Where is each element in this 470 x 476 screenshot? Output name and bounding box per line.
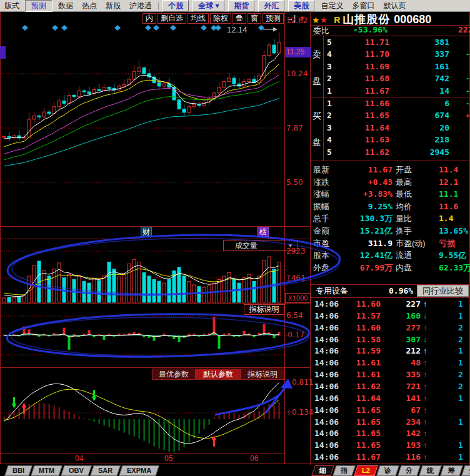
- qtab-2[interactable]: L2: [354, 465, 378, 476]
- tick-row-13[interactable]: 14:0611.67116↑1: [311, 452, 470, 464]
- tick-row-9[interactable]: 14:0611.6567↑: [311, 405, 470, 417]
- tick-extra: 1: [458, 310, 463, 322]
- tick-row-3[interactable]: 14:0611.58307↓2: [311, 334, 470, 346]
- tick-time: 14:06: [314, 381, 339, 393]
- sell-row-3[interactable]: 311.69161: [323, 61, 470, 72]
- market-button-2[interactable]: 期货: [228, 0, 254, 12]
- qtab-0[interactable]: 细: [311, 465, 334, 476]
- tick-row-11[interactable]: 14:0611.65142↑: [311, 428, 470, 440]
- tick-time: 14:06: [314, 334, 339, 346]
- menubar: 版式预测数据热点新股沪港通|个股全球 ▾期货外汇美股自定义多窗口默认页: [0, 0, 470, 12]
- float-window-cai-label[interactable]: 财: [141, 227, 152, 237]
- sell-row-4[interactable]: 411.70337-6: [323, 48, 470, 60]
- qtab-5[interactable]: 统: [419, 465, 442, 476]
- market-button-4[interactable]: 美股: [288, 0, 314, 12]
- menu-item-3[interactable]: 热点: [78, 1, 101, 11]
- menu-item-5[interactable]: 沪港通: [125, 1, 156, 11]
- menu-item-1[interactable]: 预测: [25, 0, 52, 12]
- ktool-2[interactable]: 均线: [188, 13, 209, 24]
- tab-bbi[interactable]: BBI: [4, 465, 32, 476]
- buy-price: 11.66: [347, 97, 389, 109]
- tick-row-5[interactable]: 14:0611.6148↑1: [311, 357, 470, 369]
- buy-row-3[interactable]: 311.6420: [323, 122, 470, 134]
- sell-volume: 337: [398, 48, 449, 60]
- industry-compare-button[interactable]: 同行业比较: [417, 285, 469, 297]
- ktool-3[interactable]: 除权: [210, 13, 231, 24]
- qtab-6[interactable]: 筹: [440, 465, 463, 476]
- qtab-4[interactable]: 分: [398, 465, 421, 476]
- tab-obv[interactable]: OBV: [61, 465, 91, 476]
- volume-ytick-2: 1461: [286, 274, 306, 282]
- stat-row-1: 涨跌+0.43最高12.1: [311, 176, 470, 189]
- stat-label: 涨跌: [313, 176, 329, 189]
- optimal-params-button[interactable]: 最优参数: [152, 369, 196, 380]
- sector-name[interactable]: 专用设备: [316, 284, 348, 297]
- tab-sar[interactable]: SAR: [90, 465, 121, 476]
- market-button-1[interactable]: 全球 ▾: [192, 0, 224, 12]
- page-menu-0[interactable]: 自定义: [316, 1, 348, 11]
- qtab-7[interactable]: 焰: [461, 465, 470, 476]
- menu-item-0[interactable]: 版式: [0, 1, 24, 11]
- page-menu-1[interactable]: 多窗口: [348, 1, 379, 11]
- sell-volume: 742: [398, 72, 449, 84]
- sell-price: 11.67: [347, 85, 389, 97]
- tick-row-0[interactable]: 14:0611.60227↑1: [311, 299, 470, 310]
- menu-item-4[interactable]: 新股: [101, 1, 125, 11]
- stat-value: 11.67: [341, 164, 392, 176]
- stat-row-4: 总手130.3万量比1.4: [311, 212, 470, 225]
- qtab-3[interactable]: 诊: [376, 465, 399, 476]
- market-button-3[interactable]: 外汇: [258, 0, 284, 12]
- stock-title[interactable]: ★★R山推股份000680: [312, 12, 470, 24]
- stat-value: 15.21亿: [341, 225, 392, 237]
- indicator-help-button[interactable]: 指标说明: [244, 304, 284, 315]
- osc-ytick-2: -0.17: [285, 330, 304, 339]
- stock-code: 000680: [390, 13, 431, 26]
- ktool-5[interactable]: 窗: [248, 13, 261, 24]
- menu-item-2[interactable]: 数据: [54, 1, 78, 11]
- tick-price: 11.64: [343, 393, 381, 405]
- float-window-bang-label[interactable]: 榜: [258, 227, 269, 237]
- sell-rank: 4: [327, 48, 332, 60]
- buy-row-4[interactable]: 411.63218: [323, 134, 470, 146]
- tick-row-8[interactable]: 14:0611.64141↑1: [311, 393, 470, 405]
- buy-volume: 2945: [398, 146, 449, 158]
- up-arrow-icon: ↑: [423, 299, 427, 310]
- macd-help-button[interactable]: 指标说明: [241, 369, 284, 380]
- buy-row-5[interactable]: 511.622945: [323, 146, 470, 158]
- tick-row-4[interactable]: 14:0611.59212↑1: [311, 345, 470, 357]
- tick-row-10[interactable]: 14:0611.65234↑1: [311, 417, 470, 429]
- sell-rank: 5: [327, 36, 332, 48]
- quote-panel: ★★R山推股份000680 委比 -53.96% 222 卖 盘 买 盘 511…: [311, 11, 470, 465]
- buy-row-2[interactable]: 211.65674+30: [323, 109, 470, 121]
- sell-row-2[interactable]: 211.68742-: [323, 72, 470, 84]
- ktool-1[interactable]: 删自选: [158, 13, 186, 24]
- sell-label-char2: 盘: [312, 76, 321, 86]
- market-button-0[interactable]: 个股: [162, 0, 189, 12]
- page-menu-2[interactable]: 默认页: [379, 1, 410, 11]
- tick-extra: 2: [458, 369, 463, 381]
- kline-toolbar: 内删自选均线除权叠窗预测→|▼: [142, 13, 306, 24]
- sell-row-5[interactable]: 511.71381: [323, 36, 470, 48]
- tick-row-2[interactable]: 14:0611.60277↑2: [311, 322, 470, 334]
- sell-row-1[interactable]: 111.6714-1: [323, 85, 470, 97]
- tab-expma[interactable]: EXPMA: [119, 465, 159, 476]
- tick-row-1[interactable]: 14:0611.57160↓1: [311, 310, 470, 322]
- default-params-button[interactable]: 默认参数: [196, 369, 241, 380]
- tick-extra: 1: [458, 440, 463, 452]
- tab-mtm[interactable]: MTM: [31, 465, 62, 476]
- stat-value: 62.33万: [439, 262, 470, 274]
- ktool-6[interactable]: 预测: [262, 13, 284, 24]
- buy-price: 11.63: [347, 134, 389, 146]
- buy-rank: 1: [327, 97, 332, 109]
- buy-row-1[interactable]: 111.666-9: [323, 97, 470, 109]
- tick-row-7[interactable]: 14:0611.62721↑2: [311, 381, 470, 393]
- tick-row-6[interactable]: 14:0611.61335↑2: [311, 369, 470, 381]
- tab-label: SAR: [98, 466, 112, 475]
- tick-extra: 1: [458, 393, 463, 405]
- ktool-0[interactable]: 内: [142, 13, 156, 24]
- stat-value: 9.55亿: [439, 249, 466, 262]
- qtab-1[interactable]: 指: [332, 465, 356, 476]
- tick-volume: 142: [384, 428, 421, 440]
- ktool-4[interactable]: 叠: [232, 13, 246, 24]
- tick-row-12[interactable]: 14:0611.65193↑1: [311, 440, 470, 452]
